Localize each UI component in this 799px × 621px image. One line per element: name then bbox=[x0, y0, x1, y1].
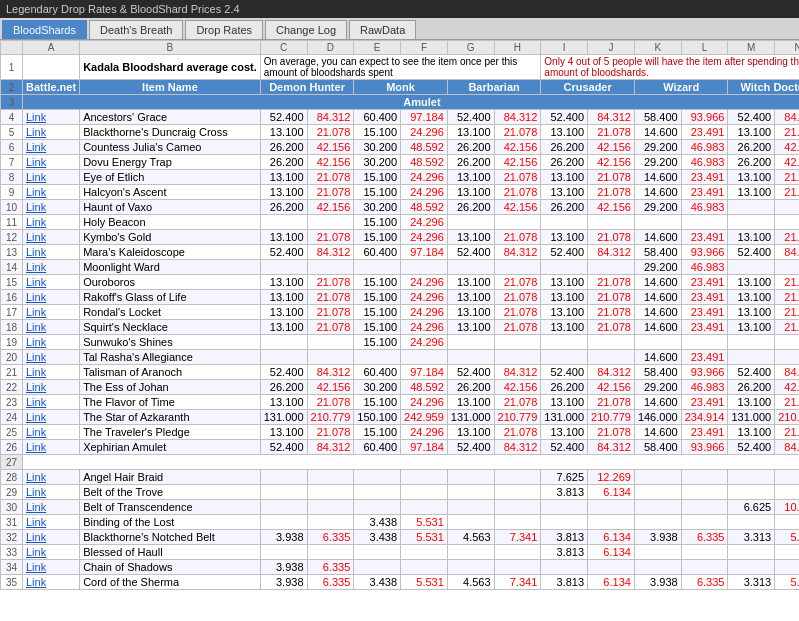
col-header-d: D bbox=[307, 41, 354, 55]
data-cell bbox=[541, 215, 588, 230]
link-cell[interactable]: Link bbox=[23, 470, 80, 485]
link-cell[interactable]: Link bbox=[23, 500, 80, 515]
data-cell: 29.200 bbox=[634, 380, 681, 395]
link-cell[interactable]: Link bbox=[23, 125, 80, 140]
link-cell[interactable]: Link bbox=[23, 245, 80, 260]
link-cell[interactable]: Link bbox=[23, 290, 80, 305]
data-cell: 6.335 bbox=[307, 575, 354, 590]
table-row: 11LinkHoly Beacon15.10024.296 bbox=[1, 215, 800, 230]
data-cell: 13.100 bbox=[447, 305, 494, 320]
link-cell[interactable]: Link bbox=[23, 425, 80, 440]
data-cell bbox=[775, 515, 799, 530]
data-cell bbox=[260, 335, 307, 350]
data-cell bbox=[401, 485, 448, 500]
data-cell: 84.312 bbox=[307, 110, 354, 125]
data-cell: 21.078 bbox=[775, 185, 799, 200]
data-cell: 21.078 bbox=[588, 320, 635, 335]
data-cell: 58.400 bbox=[634, 365, 681, 380]
data-cell bbox=[494, 335, 541, 350]
link-cell[interactable]: Link bbox=[23, 545, 80, 560]
tab-change-log[interactable]: Change Log bbox=[265, 20, 347, 39]
data-cell bbox=[588, 335, 635, 350]
row-num-23: 23 bbox=[1, 395, 23, 410]
data-cell: 84.312 bbox=[494, 245, 541, 260]
data-cell: 13.100 bbox=[260, 320, 307, 335]
link-cell[interactable]: Link bbox=[23, 530, 80, 545]
link-cell[interactable]: Link bbox=[23, 155, 80, 170]
link-cell[interactable]: Link bbox=[23, 395, 80, 410]
table-row: 31LinkBinding of the Lost3.4385.531 bbox=[1, 515, 800, 530]
data-cell: 42.156 bbox=[775, 140, 799, 155]
tab-drop-rates[interactable]: Drop Rates bbox=[185, 20, 263, 39]
link-cell[interactable]: Link bbox=[23, 215, 80, 230]
data-cell bbox=[494, 215, 541, 230]
table-row: 13LinkMara's Kaleidoscope52.40084.31260.… bbox=[1, 245, 800, 260]
link-cell[interactable]: Link bbox=[23, 320, 80, 335]
data-cell bbox=[775, 200, 799, 215]
data-cell: 14.600 bbox=[634, 395, 681, 410]
link-cell[interactable]: Link bbox=[23, 560, 80, 575]
data-cell: 6.134 bbox=[588, 485, 635, 500]
data-cell bbox=[728, 485, 775, 500]
data-cell: 21.078 bbox=[588, 290, 635, 305]
data-cell: 52.400 bbox=[728, 440, 775, 455]
data-cell: 52.400 bbox=[447, 365, 494, 380]
data-cell: 84.312 bbox=[775, 110, 799, 125]
data-cell: Haunt of Vaxo bbox=[80, 200, 261, 215]
link-cell[interactable]: Link bbox=[23, 350, 80, 365]
data-cell: 26.200 bbox=[447, 140, 494, 155]
data-cell: 60.400 bbox=[354, 440, 401, 455]
data-cell: 3.313 bbox=[728, 530, 775, 545]
data-cell: 42.156 bbox=[307, 140, 354, 155]
col-header-n: N bbox=[775, 41, 799, 55]
col-header-a: A bbox=[23, 41, 80, 55]
data-cell bbox=[447, 215, 494, 230]
link-cell[interactable]: Link bbox=[23, 485, 80, 500]
data-cell: 21.078 bbox=[775, 305, 799, 320]
data-cell: 30.200 bbox=[354, 200, 401, 215]
data-cell bbox=[541, 515, 588, 530]
link-cell[interactable]: Link bbox=[23, 575, 80, 590]
link-cell[interactable]: Link bbox=[23, 335, 80, 350]
col-header-m: M bbox=[728, 41, 775, 55]
link-cell[interactable]: Link bbox=[23, 200, 80, 215]
link-cell[interactable]: Link bbox=[23, 515, 80, 530]
data-cell: 21.078 bbox=[494, 305, 541, 320]
section-header-belt: 27Belt bbox=[1, 455, 800, 470]
data-cell bbox=[775, 350, 799, 365]
col-crus: Crusader bbox=[541, 80, 635, 95]
link-cell[interactable]: Link bbox=[23, 440, 80, 455]
data-cell: Belt of Transcendence bbox=[80, 500, 261, 515]
data-cell: 13.100 bbox=[447, 275, 494, 290]
row-num-33: 33 bbox=[1, 545, 23, 560]
link-cell[interactable]: Link bbox=[23, 230, 80, 245]
link-cell[interactable]: Link bbox=[23, 260, 80, 275]
data-cell: 23.491 bbox=[681, 305, 728, 320]
data-cell: 13.100 bbox=[541, 395, 588, 410]
link-cell[interactable]: Link bbox=[23, 140, 80, 155]
data-cell: 21.078 bbox=[307, 230, 354, 245]
data-cell: 21.078 bbox=[494, 170, 541, 185]
link-cell[interactable]: Link bbox=[23, 275, 80, 290]
link-cell[interactable]: Link bbox=[23, 185, 80, 200]
col-header-h: H bbox=[494, 41, 541, 55]
link-cell[interactable]: Link bbox=[23, 305, 80, 320]
data-cell: 15.100 bbox=[354, 230, 401, 245]
link-cell[interactable]: Link bbox=[23, 110, 80, 125]
tab-deaths-breath[interactable]: Death's Breath bbox=[89, 20, 183, 39]
data-cell: 13.100 bbox=[728, 125, 775, 140]
tab-raw-data[interactable]: RawData bbox=[349, 20, 416, 39]
data-cell: 21.078 bbox=[775, 170, 799, 185]
data-cell: 42.156 bbox=[588, 140, 635, 155]
link-cell[interactable]: Link bbox=[23, 170, 80, 185]
link-cell[interactable]: Link bbox=[23, 365, 80, 380]
row-num-29: 29 bbox=[1, 485, 23, 500]
data-cell: 21.078 bbox=[588, 395, 635, 410]
data-cell: 97.184 bbox=[401, 440, 448, 455]
data-cell: 13.100 bbox=[447, 230, 494, 245]
link-cell[interactable]: Link bbox=[23, 410, 80, 425]
data-cell: 23.491 bbox=[681, 290, 728, 305]
tab-bloodshards[interactable]: BloodShards bbox=[2, 20, 87, 39]
link-cell[interactable]: Link bbox=[23, 380, 80, 395]
data-cell: 15.100 bbox=[354, 215, 401, 230]
